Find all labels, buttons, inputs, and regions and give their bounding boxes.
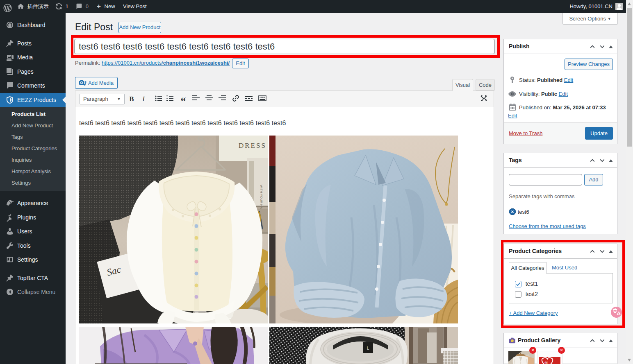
svg-text:L: L	[367, 346, 369, 350]
svg-text:例: 例	[544, 361, 548, 364]
svg-text:DRESS: DRESS	[239, 142, 266, 149]
